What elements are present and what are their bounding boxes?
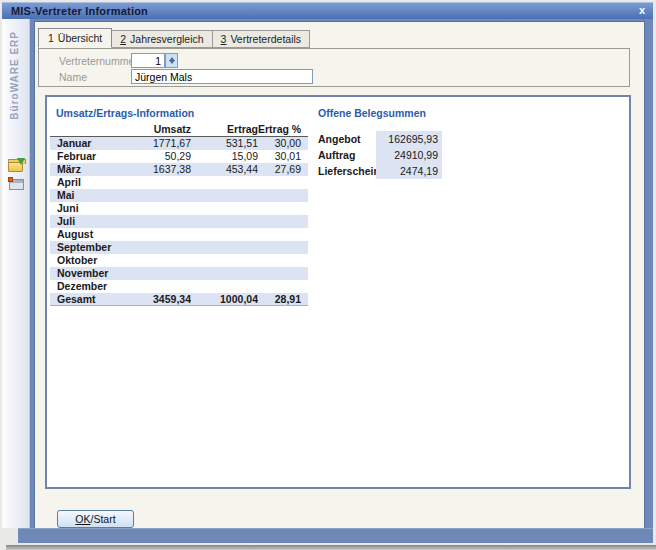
month-cell: April xyxy=(50,176,148,189)
tab-strip: 1Übersicht 2Jahresvergleich 3Vertreterde… xyxy=(38,28,310,48)
month-cell: August xyxy=(50,228,148,241)
title-bar: MIS-Vertreter Information x xyxy=(2,2,653,19)
info-panel: Umsatz/Ertrags-Information Umsatz Ertrag… xyxy=(45,95,631,489)
umsatz-cell xyxy=(148,280,191,293)
beleg-label: Auftrag xyxy=(318,149,376,161)
name-input[interactable] xyxy=(131,69,313,84)
ok-start-button[interactable]: OK/Start xyxy=(57,510,134,528)
total-umsatz-cell: 3459,34 xyxy=(148,293,191,305)
tab-label: Jahresvergleich xyxy=(130,33,204,45)
ertrag-header: Ertrag xyxy=(191,123,258,136)
total-ertrag-pct-cell: 28,91 xyxy=(258,293,308,305)
umsatz-section-title: Umsatz/Ertrags-Information xyxy=(56,107,194,119)
tab-label: Übersicht xyxy=(58,32,102,44)
ertrag-pct-header: Ertrag % xyxy=(258,123,308,136)
beleg-section-title: Offene Belegsummen xyxy=(318,107,442,119)
window-list-icon[interactable] xyxy=(9,179,24,190)
total-ertrag-cell: 1000,04 xyxy=(191,293,258,305)
tab-jahresvergleich[interactable]: 2Jahresvergleich xyxy=(112,30,212,48)
umsatz-table: Umsatz Ertrag Ertrag % Januar 1771,67 53… xyxy=(50,123,308,306)
umsatz-cell xyxy=(148,254,191,267)
table-row: August xyxy=(50,228,308,241)
table-row: April xyxy=(50,176,308,189)
left-sidebar: BüroWARE ERP xyxy=(2,19,30,528)
ertrag-pct-cell xyxy=(258,202,308,215)
ertrag-cell xyxy=(191,280,258,293)
table-row: Mai xyxy=(50,189,308,202)
header-form: Vertreternummer Name xyxy=(38,48,630,87)
name-label: Name xyxy=(59,71,87,83)
beleg-rows: Angebot 162695,93 Auftrag 24910,99 Liefe… xyxy=(318,131,442,179)
umsatz-cell xyxy=(148,215,191,228)
beleg-label: Lieferschein xyxy=(318,165,376,177)
tab-number: 2 xyxy=(120,33,126,45)
umsatz-cell xyxy=(148,176,191,189)
window-bottom-frame xyxy=(18,528,653,543)
ertrag-cell xyxy=(191,228,258,241)
month-cell: Februar xyxy=(50,150,148,163)
tab-uebersicht[interactable]: 1Übersicht xyxy=(38,28,112,48)
ertrag-pct-cell xyxy=(258,215,308,228)
brand-label: BüroWARE ERP xyxy=(9,31,20,120)
vertreternummer-spinner[interactable] xyxy=(165,53,178,68)
umsatz-cell: 1771,67 xyxy=(148,137,191,150)
month-cell: Dezember xyxy=(50,280,148,293)
ertrag-cell xyxy=(191,215,258,228)
table-row: März 1637,38 453,44 27,69 xyxy=(50,163,308,176)
table-body: Januar 1771,67 531,51 30,00 Februar 50,2… xyxy=(50,137,308,293)
umsatz-cell xyxy=(148,189,191,202)
tab-vertreterdetails[interactable]: 3Vertreterdetails xyxy=(213,30,310,48)
tab-number: 1 xyxy=(48,32,54,44)
ertrag-pct-cell: 27,69 xyxy=(258,163,308,176)
month-cell: Juli xyxy=(50,215,148,228)
ertrag-pct-cell xyxy=(258,241,308,254)
month-cell: September xyxy=(50,241,148,254)
ertrag-pct-cell xyxy=(258,176,308,189)
beleg-label: Angebot xyxy=(318,133,376,145)
month-cell: Juni xyxy=(50,202,148,215)
beleg-row: Lieferschein 2474,19 xyxy=(318,163,442,179)
ok-button-accel: OK xyxy=(75,513,90,525)
month-cell: Mai xyxy=(50,189,148,202)
ertrag-pct-cell: 30,00 xyxy=(258,137,308,150)
table-row: Juni xyxy=(50,202,308,215)
ertrag-pct-cell xyxy=(258,280,308,293)
ertrag-cell: 15,09 xyxy=(191,150,258,163)
table-row: Oktober xyxy=(50,254,308,267)
umsatz-cell xyxy=(148,267,191,280)
folder-import-icon[interactable] xyxy=(8,159,25,173)
umsatz-header: Umsatz xyxy=(148,123,191,136)
month-cell: Januar xyxy=(50,137,148,150)
beleg-value: 162695,93 xyxy=(376,131,442,147)
ertrag-pct-cell xyxy=(258,267,308,280)
app-window: MIS-Vertreter Information x BüroWARE ERP… xyxy=(0,0,656,550)
tab-number: 3 xyxy=(221,33,227,45)
ertrag-cell xyxy=(191,189,258,202)
table-row: November xyxy=(50,267,308,280)
month-header xyxy=(50,123,148,136)
table-row: Juli xyxy=(50,215,308,228)
ertrag-cell xyxy=(191,202,258,215)
month-cell: Oktober xyxy=(50,254,148,267)
beleg-row: Angebot 162695,93 xyxy=(318,131,442,147)
ertrag-cell xyxy=(191,176,258,189)
vertreternummer-input[interactable] xyxy=(131,53,165,68)
beleg-value: 2474,19 xyxy=(376,163,442,179)
ertrag-pct-cell xyxy=(258,228,308,241)
umsatz-cell xyxy=(148,228,191,241)
ertrag-cell: 531,51 xyxy=(191,137,258,150)
umsatz-cell xyxy=(148,202,191,215)
ok-button-rest: /Start xyxy=(91,513,116,525)
umsatz-cell xyxy=(148,241,191,254)
tab-label: Vertreterdetails xyxy=(230,33,301,45)
table-row: Januar 1771,67 531,51 30,00 xyxy=(50,137,308,150)
beleg-row: Auftrag 24910,99 xyxy=(318,147,442,163)
total-label-cell: Gesamt xyxy=(50,293,148,305)
table-header-row: Umsatz Ertrag Ertrag % xyxy=(50,123,308,137)
spinner-down-icon[interactable] xyxy=(169,60,175,64)
vertreternummer-label: Vertreternummer xyxy=(59,55,138,67)
ertrag-cell: 453,44 xyxy=(191,163,258,176)
close-icon[interactable]: x xyxy=(639,4,645,16)
window-shadow xyxy=(6,545,656,550)
table-row: Dezember xyxy=(50,280,308,293)
